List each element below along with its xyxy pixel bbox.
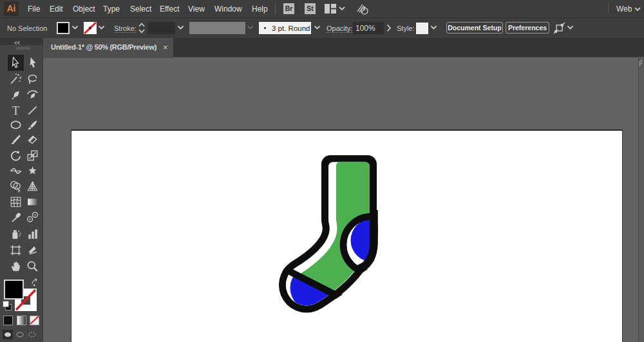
svg-text:T: T [12, 104, 19, 117]
